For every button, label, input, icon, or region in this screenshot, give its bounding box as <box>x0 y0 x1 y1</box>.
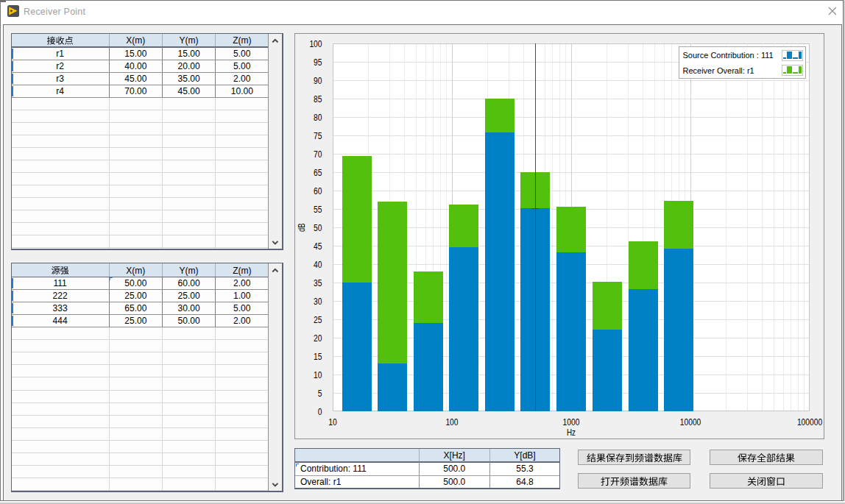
svg-text:r2: r2 <box>56 61 64 71</box>
svg-text:40.00: 40.00 <box>124 61 146 71</box>
svg-text:r3: r3 <box>56 74 64 84</box>
svg-text:500.0: 500.0 <box>443 464 465 474</box>
svg-text:85: 85 <box>314 93 322 104</box>
svg-text:r4: r4 <box>56 86 64 96</box>
svg-text:Y[dB]: Y[dB] <box>514 450 535 461</box>
svg-text:100: 100 <box>309 38 322 49</box>
svg-text:10: 10 <box>328 416 336 427</box>
svg-text:444: 444 <box>53 316 68 326</box>
svg-text:2.00: 2.00 <box>233 74 251 84</box>
svg-text:50: 50 <box>314 222 322 233</box>
svg-text:35: 35 <box>314 277 322 288</box>
svg-text:25.00: 25.00 <box>178 291 200 301</box>
svg-text:40: 40 <box>314 259 322 270</box>
svg-text:55.3: 55.3 <box>516 464 534 474</box>
svg-text:0: 0 <box>318 406 322 417</box>
svg-text:50.00: 50.00 <box>178 316 200 326</box>
svg-text:500.0: 500.0 <box>443 477 465 487</box>
svg-text:20.00: 20.00 <box>178 61 200 71</box>
svg-text:80: 80 <box>314 112 322 123</box>
svg-text:2.00: 2.00 <box>233 316 251 326</box>
svg-text:1.00: 1.00 <box>233 291 251 301</box>
svg-text:dB: dB <box>296 224 307 233</box>
svg-text:65: 65 <box>314 167 322 178</box>
svg-text:r1: r1 <box>56 49 64 59</box>
svg-text:30: 30 <box>314 296 322 307</box>
svg-text:70.00: 70.00 <box>124 86 146 96</box>
svg-text:70: 70 <box>314 149 322 160</box>
svg-text:65.00: 65.00 <box>124 303 146 313</box>
svg-text:Z(m): Z(m) <box>233 35 251 46</box>
svg-text:10: 10 <box>314 369 322 380</box>
svg-text:X(m): X(m) <box>126 266 145 276</box>
svg-text:Hz: Hz <box>567 427 576 438</box>
svg-text:15.00: 15.00 <box>178 49 200 59</box>
svg-text:60.00: 60.00 <box>178 278 200 288</box>
svg-text:100000: 100000 <box>797 416 822 427</box>
svg-text:10.00: 10.00 <box>231 86 253 96</box>
svg-text:30.00: 30.00 <box>178 303 200 313</box>
svg-text:1000: 1000 <box>563 416 580 427</box>
svg-text:25: 25 <box>314 314 322 325</box>
svg-text:50.00: 50.00 <box>124 278 146 288</box>
svg-text:2.00: 2.00 <box>233 278 251 288</box>
svg-text:45.00: 45.00 <box>124 74 146 84</box>
svg-text:Receiver Overall: r1: Receiver Overall: r1 <box>683 66 754 75</box>
svg-text:X(m): X(m) <box>126 35 145 46</box>
svg-text:100: 100 <box>445 416 458 427</box>
svg-text:25.00: 25.00 <box>124 291 146 301</box>
svg-text:Overall: r1: Overall: r1 <box>300 477 342 487</box>
svg-text:Y(m): Y(m) <box>180 35 199 46</box>
svg-text:5.00: 5.00 <box>233 303 251 313</box>
svg-text:Source Contribution : 111: Source Contribution : 111 <box>683 51 774 60</box>
svg-text:55: 55 <box>314 204 322 215</box>
svg-text:333: 333 <box>53 303 68 313</box>
svg-text:90: 90 <box>314 75 322 86</box>
svg-text:5: 5 <box>318 388 322 399</box>
svg-text:15.00: 15.00 <box>124 49 146 59</box>
svg-text:45.00: 45.00 <box>178 86 200 96</box>
svg-text:5.00: 5.00 <box>233 49 251 59</box>
svg-text:35.00: 35.00 <box>178 74 200 84</box>
svg-text:20: 20 <box>314 333 322 344</box>
svg-text:60: 60 <box>314 185 322 196</box>
svg-text:64.8: 64.8 <box>516 477 534 487</box>
svg-text:Y(m): Y(m) <box>180 266 199 276</box>
svg-text:111: 111 <box>53 278 67 288</box>
svg-text:75: 75 <box>314 130 322 141</box>
svg-text:Z(m): Z(m) <box>233 266 251 276</box>
svg-text:5.00: 5.00 <box>233 61 251 71</box>
svg-text:25.00: 25.00 <box>124 316 146 326</box>
svg-text:222: 222 <box>53 291 68 301</box>
svg-text:95: 95 <box>314 57 322 68</box>
svg-text:45: 45 <box>314 241 322 252</box>
svg-text:15: 15 <box>314 351 322 362</box>
svg-text:X[Hz]: X[Hz] <box>444 450 465 461</box>
svg-text:10000: 10000 <box>680 416 701 427</box>
svg-text:Contribution: 111: Contribution: 111 <box>300 464 367 474</box>
